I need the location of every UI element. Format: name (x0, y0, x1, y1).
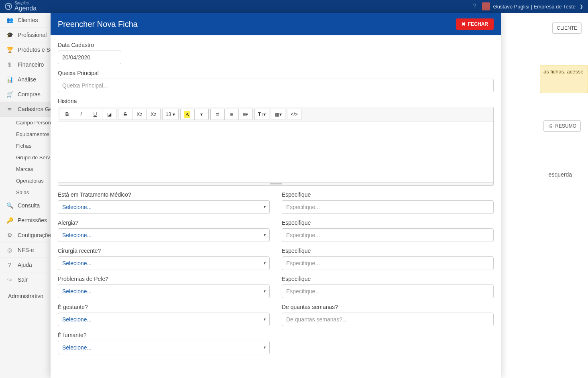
nav-label: Profissional (18, 32, 47, 38)
q5-label: É gestante? (58, 304, 270, 310)
top-bar: Simples Agenda ? Gustavo Puglisi | Empre… (0, 0, 588, 13)
modal-title: Preencher Nova Ficha (58, 20, 138, 29)
table-button[interactable]: ▦▾ (271, 109, 285, 120)
search-icon: 🔍 (6, 202, 13, 209)
q1-select[interactable]: Selecione... (58, 200, 270, 214)
close-icon: ✖ (462, 21, 466, 27)
nav-label: Clientes (18, 17, 38, 23)
q3-label: Cirurgia recente? (58, 248, 270, 254)
cart-icon: 🛒 (6, 91, 13, 98)
q3-spec-input[interactable] (282, 256, 494, 270)
q5-spec-label: De quantas semanas? (282, 304, 494, 310)
q6-label: É fumante? (58, 332, 270, 338)
q2-spec-label: Especifique (282, 219, 494, 226)
q1-spec-label: Especifique (282, 191, 494, 198)
strike-button[interactable]: S (118, 109, 132, 120)
text-format-button[interactable]: TT▾ (254, 109, 269, 120)
cliente-button[interactable]: CLIENTE (552, 22, 582, 34)
align-icon: ≡ (243, 112, 246, 117)
stack-icon: ≣ (6, 106, 13, 112)
nav-label: Produtos e Se (18, 47, 53, 53)
user-menu-label[interactable]: Gustavo Puglisi | Empresa de Teste (493, 4, 576, 10)
nav-label: Compras (18, 91, 41, 98)
key-icon: 🔑 (6, 217, 13, 224)
print-icon: 🖨 (548, 123, 553, 129)
q3-spec-label: Especifique (282, 248, 494, 254)
queixa-input[interactable] (58, 79, 494, 92)
align-button[interactable]: ≡▾ (238, 109, 253, 120)
q2-select[interactable]: Selecione... (58, 228, 270, 242)
historia-label: História (58, 98, 494, 104)
help-icon[interactable]: ? (473, 3, 476, 10)
data-cadastro-label: Data Cadastro (58, 42, 494, 48)
nav-label: Financeiro (18, 61, 44, 68)
text-color-button[interactable]: A (180, 109, 195, 120)
users-icon: 👥 (6, 17, 13, 23)
subscript-button[interactable]: X2 (146, 109, 161, 120)
superscript-button[interactable]: X2 (132, 109, 146, 120)
q1-spec-input[interactable] (282, 200, 494, 214)
q4-select[interactable]: Selecione... (58, 285, 270, 298)
nav-label: Análise (18, 76, 36, 83)
q3-select[interactable]: Selecione... (58, 256, 270, 270)
nav-label: Configurações (18, 232, 54, 238)
code-button[interactable]: </> (287, 109, 301, 120)
font-size-button[interactable]: 13 ▾ (162, 109, 179, 120)
ol-button[interactable]: ≡ (224, 109, 239, 120)
trophy-icon: 🏆 (6, 47, 13, 53)
list-ul-icon: ≣ (216, 112, 220, 117)
q1-label: Está em Tratamento Médico? (58, 191, 270, 198)
eraser-icon: ◪ (107, 112, 112, 117)
q2-label: Alergia? (58, 219, 270, 226)
resumo-button[interactable]: 🖨RESUMO (543, 120, 581, 132)
code-icon: </> (291, 112, 297, 117)
queixa-label: Queixa Principal (58, 70, 494, 76)
data-cadastro-input[interactable] (58, 51, 121, 64)
bg-text: esquerda (549, 171, 572, 178)
italic-button[interactable]: I (74, 109, 88, 120)
nav-label: Ajuda (18, 262, 32, 268)
chart-icon: 📊 (6, 76, 13, 83)
q4-label: Problemas de Pele? (58, 276, 270, 282)
bold-button[interactable]: B (60, 109, 74, 120)
editor-toolbar: B I U ◪ S X2 X2 13 ▾ A ▾ (58, 107, 493, 122)
modal-header: Preencher Nova Ficha ✖FECHAR (51, 13, 501, 35)
q4-spec-label: Especifique (282, 276, 494, 282)
brand-logo[interactable]: Simples Agenda (5, 1, 37, 12)
avatar[interactable] (482, 2, 490, 10)
nav-label: Permissões (18, 217, 47, 224)
ul-button[interactable]: ≣ (210, 109, 225, 120)
close-button[interactable]: ✖FECHAR (456, 18, 494, 30)
editor-textarea[interactable] (58, 122, 493, 182)
dollar-icon: $ (6, 61, 13, 68)
nav-label: NFS-e (18, 247, 34, 253)
table-icon: ▦ (275, 112, 279, 117)
editor-resize-handle[interactable] (58, 182, 493, 185)
q5-select[interactable]: Selecione... (58, 313, 270, 326)
nav-label: Consulta (18, 202, 40, 209)
gear-icon: ⚙ (6, 232, 13, 238)
clock-icon (5, 3, 12, 10)
list-ol-icon: ≡ (230, 112, 233, 117)
help-icon: ? (6, 262, 13, 268)
color-dropdown-button[interactable]: ▾ (194, 109, 209, 120)
target-icon: ◎ (6, 247, 13, 253)
underline-button[interactable]: U (88, 109, 102, 120)
nav-label: Sair (18, 276, 28, 283)
info-banner: as fichas, acesse (540, 65, 588, 93)
q2-spec-input[interactable] (282, 228, 494, 242)
erase-button[interactable]: ◪ (102, 109, 116, 120)
rich-text-editor: B I U ◪ S X2 X2 13 ▾ A ▾ (58, 107, 494, 186)
exit-icon: ↪ (6, 276, 13, 283)
q5-spec-input[interactable] (282, 313, 494, 326)
q4-spec-input[interactable] (282, 285, 494, 298)
grad-cap-icon: 🎓 (6, 32, 13, 38)
chevron-down-icon[interactable]: ❯ (580, 4, 583, 9)
brand-line2: Agenda (14, 5, 37, 12)
q6-select[interactable]: Selecione... (58, 341, 270, 354)
nav-label: Cadastros Ger (18, 106, 54, 112)
modal-nova-ficha: Preencher Nova Ficha ✖FECHAR Data Cadast… (51, 13, 501, 378)
